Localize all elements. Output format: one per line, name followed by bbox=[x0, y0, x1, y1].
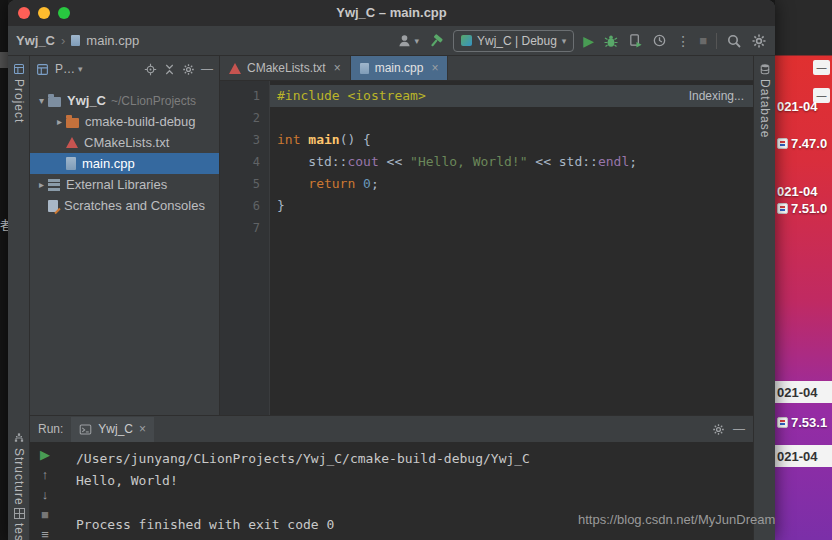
excluded-folder-icon bbox=[66, 118, 79, 128]
fragment-text: 021-04 bbox=[777, 99, 817, 114]
tool-stripe-left: Project Structure tes bbox=[8, 56, 30, 540]
tab-close-icon[interactable]: × bbox=[139, 422, 146, 436]
code-token: return bbox=[277, 176, 363, 191]
run-tab[interactable]: Ywj_C × bbox=[71, 417, 154, 442]
tree-collapsed-arrow-icon[interactable]: ▸ bbox=[53, 116, 66, 127]
code-area[interactable]: Indexing... #include <iostream> int main… bbox=[270, 81, 753, 415]
code-token: << bbox=[379, 154, 410, 169]
project-view-label: P… bbox=[55, 62, 75, 76]
tree-item-main-cpp[interactable]: main.cpp bbox=[30, 153, 219, 174]
project-panel-header: P… ▾ — bbox=[30, 56, 219, 82]
project-tree: ▾Ywj_C~/CLionProjects▸cmake-build-debugC… bbox=[30, 82, 219, 216]
code-line[interactable]: return 0; bbox=[270, 173, 753, 195]
editor-tab-cmakelists-txt[interactable]: CMakeLists.txt× bbox=[220, 56, 351, 80]
tree-item-ywj-c[interactable]: ▾Ywj_C~/CLionProjects bbox=[30, 90, 219, 111]
code-line[interactable]: std::cout << "Hello, World!" << std::end… bbox=[270, 151, 753, 173]
tree-item-external-libraries[interactable]: ▸External Libraries bbox=[30, 174, 219, 195]
tool-stripe-project[interactable]: Project bbox=[8, 56, 29, 123]
tree-item-label: main.cpp bbox=[82, 156, 135, 171]
tree-item-label: Scratches and Consoles bbox=[64, 198, 205, 213]
code-token: } bbox=[277, 198, 285, 213]
code-token: () { bbox=[340, 132, 371, 147]
run-configuration-select[interactable]: Ywj_C | Debug ▾ bbox=[453, 30, 574, 52]
console-line: /Users/junyang/CLionProjects/Ywj_C/cmake… bbox=[76, 448, 753, 470]
code-token: std:: bbox=[277, 154, 347, 169]
favorites-tool-icon bbox=[14, 508, 25, 519]
line-number: 6 bbox=[220, 195, 269, 217]
tool-stripe-structure[interactable]: Structure bbox=[8, 432, 30, 506]
fragment-text: 7.47.0 bbox=[791, 136, 827, 151]
desktop-fragment: 021-04 bbox=[777, 99, 817, 114]
fragment-icon bbox=[777, 203, 788, 214]
breadcrumb-separator: › bbox=[61, 33, 65, 48]
line-number: 3 bbox=[220, 129, 269, 151]
stop-button[interactable]: ■ bbox=[699, 34, 707, 48]
libraries-icon bbox=[48, 179, 60, 191]
breadcrumb-project[interactable]: Ywj_C bbox=[16, 33, 55, 48]
chevron-down-icon: ▾ bbox=[414, 36, 419, 46]
down-arrow-icon[interactable]: ↓ bbox=[42, 487, 49, 503]
project-tool-icon bbox=[13, 63, 25, 75]
tree-item-label: cmake-build-debug bbox=[85, 114, 196, 129]
code-token: #include <iostream> bbox=[277, 88, 426, 103]
tree-item-cmake-build-debug[interactable]: ▸cmake-build-debug bbox=[30, 111, 219, 132]
tree-item-label: CMakeLists.txt bbox=[84, 135, 169, 150]
structure-tool-icon bbox=[13, 432, 25, 444]
code-line[interactable] bbox=[270, 217, 753, 239]
collapse-all-icon[interactable] bbox=[163, 63, 176, 76]
tab-close-icon[interactable]: × bbox=[334, 61, 341, 75]
editor-body: 1234567 Indexing... #include <iostream> … bbox=[220, 81, 753, 415]
locate-file-icon[interactable] bbox=[144, 63, 157, 76]
stop-process-button[interactable]: ■ bbox=[41, 507, 49, 523]
run-with-coverage-icon[interactable] bbox=[628, 33, 643, 48]
cmake-file-icon bbox=[229, 63, 241, 74]
tree-expanded-arrow-icon[interactable]: ▾ bbox=[35, 95, 48, 106]
hide-run-panel-icon[interactable]: — bbox=[733, 422, 745, 436]
fragment-icon bbox=[777, 138, 788, 149]
background-window-button: — bbox=[813, 60, 830, 75]
editor-tab-main-cpp[interactable]: main.cpp× bbox=[351, 56, 449, 80]
editor: CMakeLists.txt×main.cpp× 1234567 Indexin… bbox=[220, 56, 753, 415]
desktop-background-left: 者 bbox=[0, 0, 8, 540]
search-icon[interactable] bbox=[726, 33, 742, 49]
up-arrow-icon[interactable]: ↑ bbox=[42, 467, 49, 483]
code-token: << std:: bbox=[527, 154, 597, 169]
screen: 者 ——021-047.47.0021-047.51.0021-047.53.1… bbox=[0, 0, 832, 540]
tab-close-icon[interactable]: × bbox=[431, 61, 438, 75]
desktop-fragment: 7.53.1 bbox=[777, 415, 827, 430]
hide-panel-icon[interactable]: — bbox=[201, 62, 213, 76]
code-line[interactable]: #include <iostream> bbox=[270, 85, 753, 107]
code-line[interactable] bbox=[270, 107, 753, 129]
database-tool-icon bbox=[759, 63, 771, 75]
settings-gear-icon[interactable] bbox=[751, 33, 767, 49]
tree-collapsed-arrow-icon[interactable]: ▸ bbox=[35, 179, 48, 190]
rerun-button[interactable]: ▶ bbox=[40, 447, 50, 463]
tool-stripe-database[interactable]: Database bbox=[754, 56, 775, 138]
more-actions-icon[interactable]: ⋮ bbox=[676, 34, 690, 48]
tree-item-hint: ~/CLionProjects bbox=[111, 94, 196, 108]
panel-settings-gear-icon[interactable] bbox=[182, 63, 195, 76]
run-button[interactable]: ▶ bbox=[583, 34, 594, 48]
tree-item-cmakelists-txt[interactable]: CMakeLists.txt bbox=[30, 132, 219, 153]
project-panel: P… ▾ — ▾Ywj_C~/CLionProjects▸cmake-build… bbox=[30, 56, 220, 415]
run-settings-gear-icon[interactable] bbox=[712, 423, 725, 436]
debug-button[interactable] bbox=[603, 33, 619, 49]
run-toolbar: ▶ ↑ ↓ ■ ≡ bbox=[30, 442, 60, 540]
user-menu[interactable]: ▾ bbox=[397, 33, 419, 48]
code-token: main bbox=[308, 132, 339, 147]
tree-item-scratches-and-consoles[interactable]: Scratches and Consoles bbox=[30, 195, 219, 216]
chevron-down-icon: ▾ bbox=[78, 64, 83, 74]
desktop-fragment: 021-04 bbox=[775, 381, 832, 403]
breadcrumb-file[interactable]: main.cpp bbox=[86, 33, 139, 48]
project-view-select[interactable]: P… ▾ bbox=[55, 62, 83, 76]
fragment-text: 021-04 bbox=[777, 449, 817, 464]
tool-stripe-favorites[interactable]: tes bbox=[8, 508, 30, 540]
profiler-icon[interactable] bbox=[652, 33, 667, 48]
code-token: endl bbox=[598, 154, 629, 169]
terminal-icon bbox=[79, 423, 92, 436]
build-hammer-icon[interactable] bbox=[428, 33, 444, 49]
desktop-fragment: 7.47.0 bbox=[777, 136, 827, 151]
console-menu-icon[interactable]: ≡ bbox=[41, 527, 49, 540]
code-line[interactable]: } bbox=[270, 195, 753, 217]
code-line[interactable]: int main() { bbox=[270, 129, 753, 151]
